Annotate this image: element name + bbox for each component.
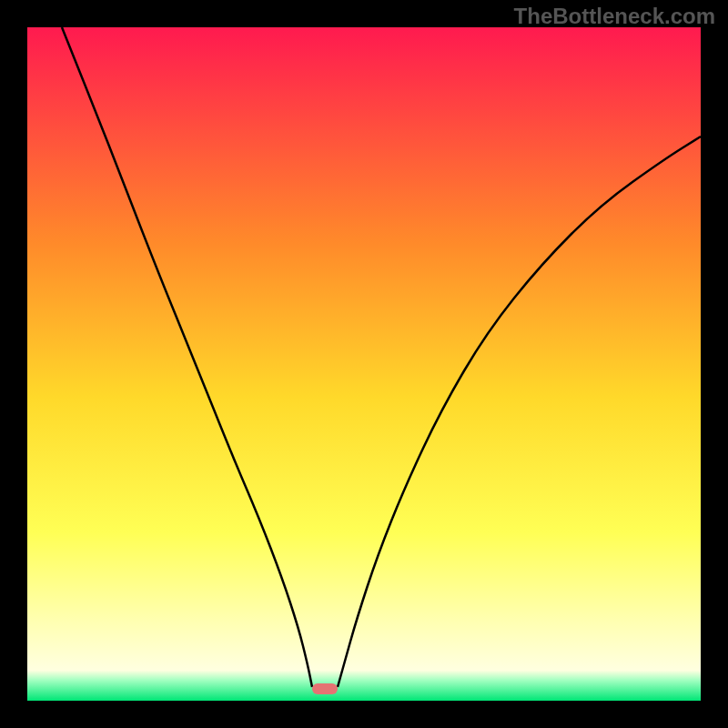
watermark-text: TheBottleneck.com [514,4,715,29]
curve-minimum-marker [312,683,338,694]
bottleneck-chart [0,0,728,728]
chart-container: TheBottleneck.com [0,0,728,728]
